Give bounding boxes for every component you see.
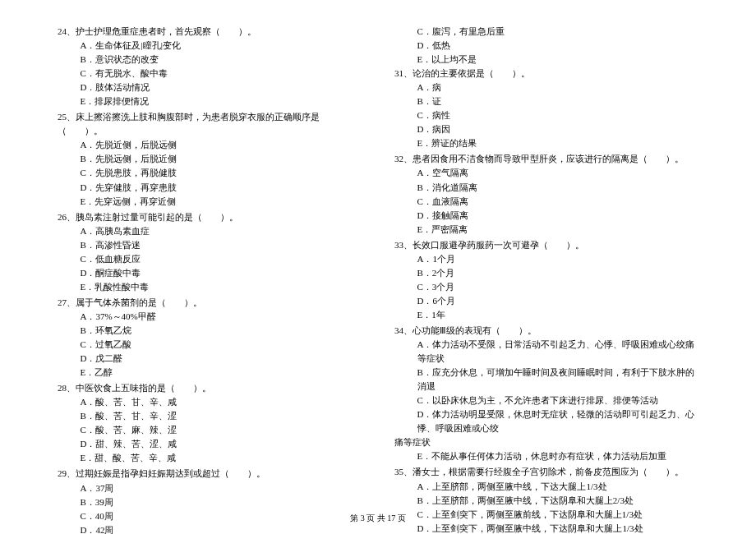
question-option: C．血液隔离 bbox=[394, 195, 698, 209]
question-option: E．先穿远侧，再穿近侧 bbox=[58, 195, 362, 209]
question-option: C．先脱患肢，再脱健肢 bbox=[58, 166, 362, 180]
question-option: B．酸、苦、甘、辛、涩 bbox=[58, 409, 362, 423]
right-column: C．腹泻，有里急后重D．低热E．以上均不是31、论治的主要依据是（ ）。A．病B… bbox=[394, 25, 698, 501]
question-option: C．酸、苦、麻、辣、涩 bbox=[58, 423, 362, 437]
question-block: 25、床上擦浴擦洗上肢和胸腹部时，为患者脱穿衣服的正确顺序是（ ）。A．先脱近侧… bbox=[58, 110, 362, 208]
question-option: B．意识状态的改变 bbox=[58, 53, 362, 67]
question-option: B．应充分休息，可增加午睡时间及夜间睡眠时间，有利于下肢水肿的消退 bbox=[394, 366, 698, 394]
question-option: B．高渗性昏迷 bbox=[58, 238, 362, 252]
question-block: 27、属于气体杀菌剂的是（ ）。A．37%～40%甲醛B．环氧乙烷C．过氧乙酸D… bbox=[58, 296, 362, 380]
question-option: C．腹泻，有里急后重 bbox=[394, 25, 698, 39]
question-text: 24、护士护理危重症患者时，首先观察（ ）。 bbox=[58, 25, 362, 39]
question-block: 24、护士护理危重症患者时，首先观察（ ）。A．生命体征及|瞳孔|变化B．意识状… bbox=[58, 25, 362, 108]
question-option: E．乙醇 bbox=[58, 366, 362, 380]
question-block: 34、心功能Ⅲ级的表现有（ ）。A．体力活动不受限，日常活动不引起乏力、心悸、呼… bbox=[394, 324, 698, 463]
question-option: E．不能从事任何体力活动，休息时亦有症状，体力活动后加重 bbox=[394, 449, 698, 463]
question-text: 35、潘女士，根据需要行经腹全子宫切除术，前备皮范围应为（ ）。 bbox=[394, 465, 698, 479]
question-option: E．甜、酸、苦、辛、咸 bbox=[58, 451, 362, 465]
question-text: 27、属于气体杀菌剂的是（ ）。 bbox=[58, 296, 362, 310]
question-option: A．酸、苦、甘、辛、咸 bbox=[58, 395, 362, 409]
question-option: E．乳酸性酸中毒 bbox=[58, 280, 362, 294]
question-option: E．1年 bbox=[394, 308, 698, 322]
question-option: A．37周 bbox=[58, 481, 362, 495]
question-option: C．以卧床休息为主，不允许患者下床进行排尿、排便等活动 bbox=[394, 394, 698, 407]
question-text: 25、床上擦浴擦洗上肢和胸腹部时，为患者脱穿衣服的正确顺序是（ ）。 bbox=[58, 110, 362, 138]
question-option: E．以上均不是 bbox=[394, 53, 698, 67]
question-option: A．高胰岛素血症 bbox=[58, 224, 362, 238]
question-block: 32、患者因食用不洁食物而导致甲型肝炎，应该进行的隔离是（ ）。A．空气隔离B．… bbox=[394, 152, 698, 236]
page-footer: 第 3 页 共 17 页 bbox=[0, 513, 756, 524]
question-option: E．排尿排便情况 bbox=[58, 94, 362, 108]
question-option: D．接触隔离 bbox=[394, 209, 698, 223]
question-option: B．上至脐部，两侧至腋中线，下达阴阜和大腿上2/3处 bbox=[394, 494, 698, 508]
question-option: D．戊二醛 bbox=[58, 352, 362, 366]
question-block: 31、论治的主要依据是（ ）。A．病B．证C．病性D．病因E．辨证的结果 bbox=[394, 67, 698, 150]
question-option: A．病 bbox=[394, 81, 698, 94]
question-option: A．体力活动不受限，日常活动不引起乏力、心悸、呼吸困难或心绞痛等症状 bbox=[394, 338, 698, 366]
question-option: A．生命体征及|瞳孔|变化 bbox=[58, 39, 362, 53]
question-text: 31、论治的主要依据是（ ）。 bbox=[394, 67, 698, 81]
question-block: 26、胰岛素注射过量可能引起的是（ ）。A．高胰岛素血症B．高渗性昏迷C．低血糖… bbox=[58, 210, 362, 294]
question-option: C．3个月 bbox=[394, 280, 698, 294]
question-option: C．有无脱水、酸中毒 bbox=[58, 67, 362, 81]
question-text: 29、过期妊娠是指孕妇妊娠期达到或超过（ ）。 bbox=[58, 467, 362, 481]
question-option: D．先穿健肢，再穿患肢 bbox=[58, 181, 362, 195]
question-block: 28、中医饮食上五味指的是（ ）。A．酸、苦、甘、辛、咸B．酸、苦、甘、辛、涩C… bbox=[58, 381, 362, 465]
question-option: A．上至脐部，两侧至腋中线，下达大腿上1/3处 bbox=[394, 480, 698, 494]
question-option: D．酮症酸中毒 bbox=[58, 266, 362, 280]
question-option: B．2个月 bbox=[394, 266, 698, 280]
question-option: B．环氧乙烷 bbox=[58, 324, 362, 338]
question-option: B．消化道隔离 bbox=[394, 181, 698, 195]
question-block: 33、长效口服避孕药服药一次可避孕（ ）。A．1个月B．2个月C．3个月D．6个… bbox=[394, 238, 698, 322]
question-text: 26、胰岛素注射过量可能引起的是（ ）。 bbox=[58, 210, 362, 224]
question-text: 34、心功能Ⅲ级的表现有（ ）。 bbox=[394, 324, 698, 338]
question-option: D．甜、辣、苦、涩、咸 bbox=[58, 437, 362, 451]
question-option: D．体力活动明显受限，休息时无症状，轻微的活动即可引起乏力、心悸、呼吸困难或心绞 bbox=[394, 407, 698, 435]
question-option: B．先脱远侧，后脱近侧 bbox=[58, 152, 362, 166]
question-option: D．低热 bbox=[394, 39, 698, 53]
question-option: D．肢体活动情况 bbox=[58, 81, 362, 94]
question-option: C．过氧乙酸 bbox=[58, 338, 362, 352]
question-option: A．空气隔离 bbox=[394, 166, 698, 180]
question-option: E．严密隔离 bbox=[394, 223, 698, 237]
question-option: B．39周 bbox=[58, 495, 362, 509]
question-option: C．低血糖反应 bbox=[58, 252, 362, 266]
question-option: E．辨证的结果 bbox=[394, 136, 698, 150]
left-column: 24、护士护理危重症患者时，首先观察（ ）。A．生命体征及|瞳孔|变化B．意识状… bbox=[58, 25, 362, 501]
question-text: 32、患者因食用不洁食物而导致甲型肝炎，应该进行的隔离是（ ）。 bbox=[394, 152, 698, 166]
question-option: C．病性 bbox=[394, 108, 698, 122]
question-text: 28、中医饮食上五味指的是（ ）。 bbox=[58, 381, 362, 395]
question-option: D．6个月 bbox=[394, 294, 698, 308]
question-option: D．病因 bbox=[394, 122, 698, 136]
question-option: B．证 bbox=[394, 94, 698, 108]
question-option: A．37%～40%甲醛 bbox=[58, 310, 362, 324]
question-option: D．42周 bbox=[58, 523, 362, 534]
question-option: A．先脱近侧，后脱远侧 bbox=[58, 138, 362, 152]
question-option: A．1个月 bbox=[394, 252, 698, 266]
question-text: 33、长效口服避孕药服药一次可避孕（ ）。 bbox=[394, 238, 698, 252]
question-option-wrap: 痛等症状 bbox=[394, 435, 698, 449]
